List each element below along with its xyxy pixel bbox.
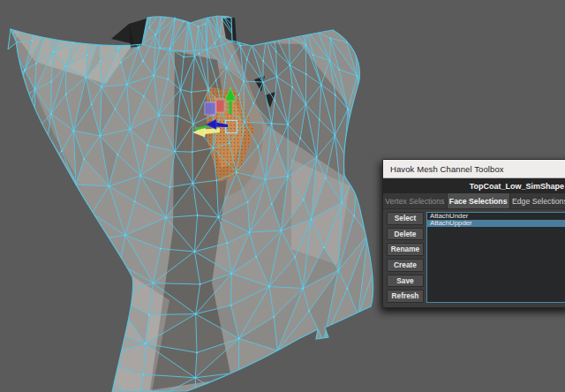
channel-list[interactable]: AttachUnder AttachUppder bbox=[426, 212, 565, 303]
rename-button[interactable]: Rename bbox=[387, 243, 424, 256]
channel-action-buttons: Select Delete Rename Create Save Refresh bbox=[387, 212, 424, 303]
gizmo-red-box-handle[interactable] bbox=[216, 100, 224, 112]
shape-name-label: TopCoat_Low_SimShape bbox=[470, 182, 564, 191]
select-button[interactable]: Select bbox=[387, 212, 424, 225]
channel-list-item-selected[interactable]: AttachUppder bbox=[427, 220, 565, 227]
panel-content: Select Delete Rename Create Save Refresh… bbox=[383, 209, 565, 307]
refresh-button[interactable]: Refresh bbox=[387, 290, 424, 303]
application-window: Havok Mesh Channel Toolbox TopCoat_Low_S… bbox=[0, 0, 565, 392]
havok-toolbox-window: Havok Mesh Channel Toolbox TopCoat_Low_S… bbox=[382, 159, 565, 308]
window-title: Havok Mesh Channel Toolbox bbox=[390, 164, 504, 174]
create-button[interactable]: Create bbox=[387, 259, 424, 272]
save-button[interactable]: Save bbox=[387, 275, 424, 288]
window-titlebar[interactable]: Havok Mesh Channel Toolbox bbox=[383, 160, 565, 178]
tab-edge-selections[interactable]: Edge Selections bbox=[510, 193, 565, 208]
delete-button[interactable]: Delete bbox=[387, 228, 424, 241]
gizmo-blue-box-handle[interactable] bbox=[205, 102, 215, 115]
shape-name-bar: TopCoat_Low_SimShape bbox=[383, 178, 565, 193]
tab-vertex-selections[interactable]: Vertex Selections bbox=[383, 193, 448, 208]
tab-face-selections[interactable]: Face Selections bbox=[448, 193, 510, 208]
selection-tabs: Vertex Selections Face Selections Edge S… bbox=[383, 193, 565, 209]
